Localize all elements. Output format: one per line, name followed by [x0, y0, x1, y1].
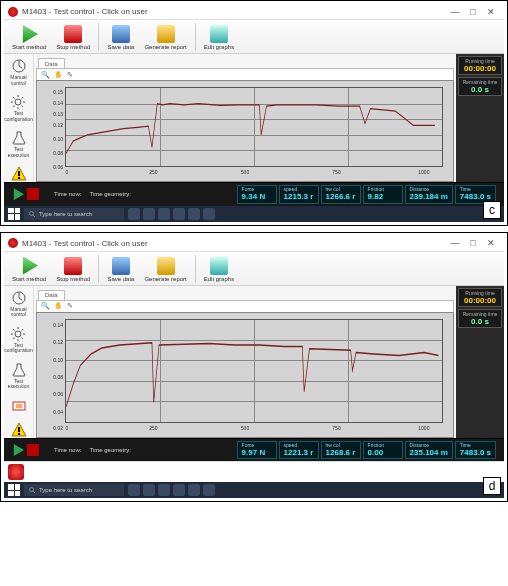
x-tick: 250: [149, 425, 157, 431]
tab-data[interactable]: Data: [38, 290, 65, 300]
remaining-time-value: 0.0 s: [461, 85, 499, 94]
zoom-icon[interactable]: 🔍: [41, 71, 50, 79]
footer-app-icon[interactable]: [8, 464, 24, 480]
window-titlebar: M1403 - Test control - Click on user — □…: [4, 236, 504, 252]
start-method-button[interactable]: Start method: [8, 24, 50, 51]
taskbar-app-icon[interactable]: [188, 208, 200, 220]
save-button[interactable]: Save data: [103, 24, 138, 51]
y-tick: 0.13: [53, 111, 63, 117]
svg-rect-3: [18, 177, 20, 179]
stop-method-button[interactable]: Stop method: [52, 24, 94, 51]
taskbar-app-icon[interactable]: [203, 208, 215, 220]
zoom-icon[interactable]: 🔍: [41, 302, 50, 310]
search-icon: [28, 210, 36, 218]
start-method-button[interactable]: Start method: [8, 256, 50, 283]
report-label: Generate report: [144, 276, 186, 282]
status-label: Time now:: [54, 191, 81, 197]
edit-graphs-label: Edit graphs: [204, 276, 234, 282]
sidebar-software-icon[interactable]: [11, 398, 27, 414]
taskbar-app-icon[interactable]: [188, 484, 200, 496]
taskbar-app-icon[interactable]: [173, 208, 185, 220]
remaining-time-label: Remaining time: [461, 311, 499, 317]
taskbar-app-icon[interactable]: [173, 484, 185, 496]
status-readout: Force9.34 N: [237, 185, 277, 204]
chart-area: Data 🔍 ✋ ✎ Tangential Force N Normal For…: [34, 286, 456, 438]
stop-method-label: Stop method: [56, 44, 90, 50]
stop-icon: [64, 25, 82, 43]
status-readout: Time7483.0 s: [455, 441, 496, 460]
status-play-button[interactable]: [12, 188, 24, 200]
chart-c: Tangential Force N Normal Force N 0.15 0…: [36, 80, 454, 182]
app-icon: [8, 7, 18, 17]
x-tick: 1000: [418, 425, 429, 431]
status-readout: Friction9.82: [363, 185, 403, 204]
pan-icon[interactable]: ✋: [54, 71, 63, 79]
x-tick: 0: [66, 169, 69, 175]
left-sidebar: Manual control Test configuration Test e…: [4, 286, 34, 438]
svg-point-6: [15, 331, 21, 337]
minimize-button[interactable]: —: [446, 236, 464, 250]
taskbar-app-icon[interactable]: [158, 484, 170, 496]
taskbar-app-icon[interactable]: [128, 484, 140, 496]
edit-graphs-button[interactable]: Edit graphs: [200, 24, 238, 51]
stop-method-label: Stop method: [56, 276, 90, 282]
status-play-button[interactable]: [12, 444, 24, 456]
pan-icon[interactable]: ✋: [54, 302, 63, 310]
edit-icon[interactable]: ✎: [67, 71, 73, 79]
taskbar-app-icon[interactable]: [143, 208, 155, 220]
start-method-label: Start method: [12, 276, 46, 282]
report-button[interactable]: Generate report: [140, 256, 190, 283]
flask-icon: [11, 130, 27, 146]
stop-method-button[interactable]: Stop method: [52, 256, 94, 283]
taskbar-app-icon[interactable]: [143, 484, 155, 496]
taskbar-app-icon[interactable]: [128, 208, 140, 220]
start-button[interactable]: [8, 208, 20, 220]
status-stop-button[interactable]: [27, 444, 39, 456]
save-button[interactable]: Save data: [103, 256, 138, 283]
sidebar-item-test-exec[interactable]: Test execution: [8, 130, 29, 158]
taskbar-search[interactable]: Type here to search: [24, 484, 124, 496]
sidebar-item-test-config[interactable]: Test configuration: [4, 94, 33, 122]
status-readout: Distance235.104 m: [405, 441, 453, 460]
y-tick: 0.06: [53, 164, 63, 170]
sidebar-item-test-exec[interactable]: Test execution: [8, 362, 29, 390]
flask-icon: [11, 362, 27, 378]
status-readout: speed1215.3 r: [279, 185, 319, 204]
y-tick: 0.12: [53, 122, 63, 128]
panel-label: c: [483, 201, 501, 219]
sidebar-item-test-config[interactable]: Test configuration: [4, 326, 33, 354]
gear-icon: [10, 94, 26, 110]
close-button[interactable]: ✕: [482, 236, 500, 250]
start-method-label: Start method: [12, 44, 46, 50]
window-title: M1403 - Test control - Click on user: [22, 7, 148, 16]
sidebar-item-manual[interactable]: Manual control: [10, 58, 26, 86]
sidebar-item-manual[interactable]: Manual control: [10, 290, 26, 318]
tab-data[interactable]: Data: [38, 58, 65, 68]
maximize-button[interactable]: □: [464, 5, 482, 19]
close-button[interactable]: ✕: [482, 5, 500, 19]
taskbar-app-icon[interactable]: [203, 484, 215, 496]
status-readout: Distance239.184 m: [405, 185, 453, 204]
figure-panel-d: d M1403 - Test control - Click on user —…: [0, 232, 508, 503]
maximize-button[interactable]: □: [464, 236, 482, 250]
svg-rect-9: [18, 427, 20, 432]
edit-graphs-label: Edit graphs: [204, 44, 234, 50]
save-label: Save data: [107, 44, 134, 50]
y-tick: 0.06: [53, 391, 63, 397]
status-stop-button[interactable]: [27, 188, 39, 200]
y-tick: 0.04: [53, 409, 63, 415]
report-icon: [157, 25, 175, 43]
report-button[interactable]: Generate report: [140, 24, 190, 51]
trace-line: [66, 320, 442, 422]
start-button[interactable]: [8, 484, 20, 496]
minimize-button[interactable]: —: [446, 5, 464, 19]
edit-graphs-button[interactable]: Edit graphs: [200, 256, 238, 283]
edit-icon[interactable]: ✎: [67, 302, 73, 310]
status-label: Time geometry:: [89, 447, 130, 453]
right-panel: Running time 00:00:00 Remaining time 0.0…: [456, 54, 504, 182]
sidebar-item-label: Test configuration: [4, 111, 33, 122]
y-tick: 0.08: [53, 374, 63, 380]
app-icon: [8, 238, 18, 248]
taskbar-search[interactable]: Type here to search: [24, 208, 124, 220]
taskbar-app-icon[interactable]: [158, 208, 170, 220]
